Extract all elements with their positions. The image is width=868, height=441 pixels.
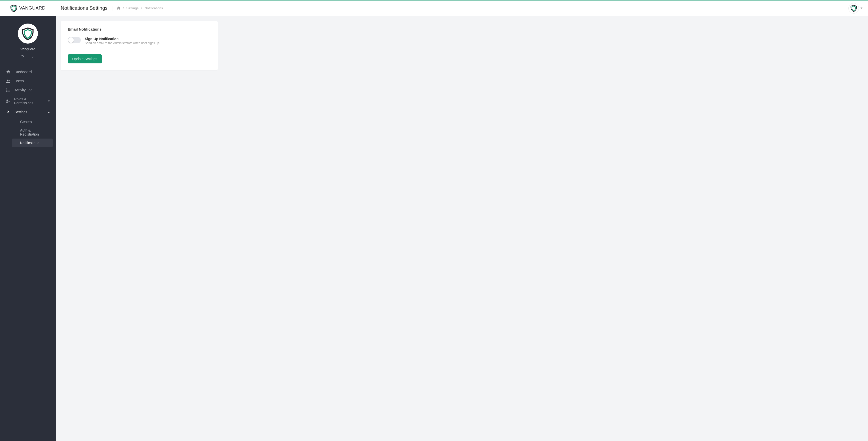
svg-point-1 bbox=[8, 80, 9, 81]
subnav-auth-registration[interactable]: Auth & Registration bbox=[12, 126, 53, 139]
sidebar-item-roles-permissions[interactable]: Roles & Permissions ▼ bbox=[0, 95, 56, 107]
subnav-label: Notifications bbox=[20, 141, 39, 145]
users-cog-icon bbox=[5, 99, 10, 103]
main-content: Email Notifications Sign-Up Notification… bbox=[56, 16, 868, 441]
avatar-small bbox=[848, 3, 859, 13]
svg-rect-7 bbox=[7, 91, 10, 92]
subnav-general[interactable]: General bbox=[12, 117, 53, 126]
users-icon bbox=[5, 79, 10, 83]
list-icon bbox=[5, 89, 10, 92]
svg-point-8 bbox=[6, 99, 8, 101]
button-label: Update Settings bbox=[72, 57, 97, 61]
settings-subnav: General Auth & Registration Notification… bbox=[0, 116, 56, 148]
home-icon bbox=[5, 70, 10, 74]
svg-rect-3 bbox=[7, 89, 10, 89]
svg-rect-2 bbox=[6, 89, 7, 89]
breadcrumb-home[interactable] bbox=[117, 6, 120, 10]
shield-logo-icon bbox=[10, 4, 17, 12]
sidebar-item-dashboard[interactable]: Dashboard bbox=[0, 67, 56, 76]
breadcrumb-current: Notifications bbox=[145, 6, 163, 10]
avatar-large[interactable] bbox=[18, 24, 38, 44]
sidebar-item-label: Dashboard bbox=[14, 70, 32, 74]
svg-rect-4 bbox=[6, 90, 7, 91]
breadcrumb: / Settings / Notifications bbox=[117, 6, 163, 10]
divider bbox=[112, 6, 113, 11]
svg-rect-5 bbox=[7, 90, 10, 90]
toggle-knob bbox=[68, 37, 74, 43]
sidebar-item-label: Settings bbox=[14, 110, 27, 114]
subnav-label: General bbox=[20, 120, 33, 124]
sidebar: Vanguard Dashboard Use bbox=[0, 16, 56, 441]
sidebar-item-label: Roles & Permissions bbox=[14, 97, 44, 105]
update-settings-button[interactable]: Update Settings bbox=[68, 55, 102, 63]
caret-up-icon: ▲ bbox=[48, 111, 50, 113]
brand[interactable]: VANGUARD bbox=[0, 0, 56, 16]
page-title: Notifications Settings bbox=[61, 5, 107, 11]
svg-point-0 bbox=[6, 79, 8, 81]
setting-description: Send an email to the Administrators when… bbox=[85, 41, 160, 45]
breadcrumb-settings[interactable]: Settings bbox=[126, 6, 139, 10]
setting-label: Sign-Up Notification bbox=[85, 37, 160, 41]
signup-notification-toggle[interactable] bbox=[68, 37, 81, 43]
email-notifications-card: Email Notifications Sign-Up Notification… bbox=[61, 21, 218, 70]
logout-icon[interactable] bbox=[31, 55, 35, 58]
sidebar-item-activity-log[interactable]: Activity Log bbox=[0, 86, 56, 95]
subnav-notifications[interactable]: Notifications bbox=[12, 139, 53, 147]
home-icon bbox=[117, 6, 120, 10]
svg-rect-6 bbox=[6, 91, 7, 92]
sidebar-item-users[interactable]: Users bbox=[0, 76, 56, 86]
cogs-icon bbox=[5, 110, 10, 114]
caret-down-icon: ▼ bbox=[48, 100, 50, 102]
card-title: Email Notifications bbox=[68, 27, 211, 31]
sidebar-item-label: Activity Log bbox=[14, 88, 33, 92]
breadcrumb-sep: / bbox=[123, 6, 124, 10]
sidebar-nav: Dashboard Users Activity Log Roles & Per… bbox=[0, 64, 56, 151]
header-user-menu[interactable] bbox=[848, 3, 863, 13]
sidebar-profile: Vanguard bbox=[0, 24, 56, 64]
brand-name: VANGUARD bbox=[19, 5, 46, 11]
breadcrumb-sep: / bbox=[141, 6, 142, 10]
subnav-label: Auth & Registration bbox=[20, 128, 39, 136]
profile-name[interactable]: Vanguard bbox=[20, 47, 35, 51]
sidebar-item-label: Users bbox=[14, 79, 24, 83]
caret-down-icon bbox=[861, 7, 863, 9]
header: VANGUARD Notifications Settings / Settin… bbox=[0, 0, 868, 16]
page-title-wrap: Notifications Settings / Settings / Noti… bbox=[56, 5, 163, 11]
setting-signup-notification: Sign-Up Notification Send an email to th… bbox=[68, 37, 211, 45]
sidebar-item-settings[interactable]: Settings ▲ bbox=[0, 107, 56, 116]
gear-icon[interactable] bbox=[21, 55, 24, 58]
